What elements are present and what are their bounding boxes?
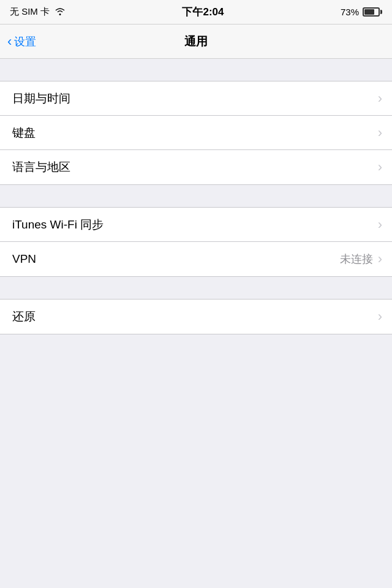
vpn-status: 未连接 bbox=[340, 252, 373, 266]
datetime-chevron-icon: › bbox=[378, 92, 382, 105]
status-left: 无 SIM 卡 bbox=[10, 6, 66, 18]
battery-icon bbox=[363, 7, 382, 17]
list-item-restore[interactable]: 还原 › bbox=[0, 300, 392, 334]
language-chevron-icon: › bbox=[378, 160, 382, 174]
status-bar: 无 SIM 卡 下午2:04 73% bbox=[0, 0, 392, 24]
section-reset: 还原 › bbox=[0, 299, 392, 334]
list-item-vpn[interactable]: VPN 未连接 › bbox=[0, 242, 392, 276]
vpn-chevron-icon: › bbox=[378, 252, 382, 266]
keyboard-chevron-icon: › bbox=[378, 126, 382, 140]
back-chevron-icon: ‹ bbox=[7, 35, 12, 48]
gap-2 bbox=[0, 277, 392, 299]
top-gap bbox=[0, 59, 392, 81]
section-itunes-vpn: iTunes Wi-Fi 同步 › VPN 未连接 › bbox=[0, 207, 392, 277]
page-title: 通用 bbox=[184, 34, 208, 50]
bottom-gap bbox=[0, 334, 392, 356]
section-datetime-keyboard-language: 日期与时间 › 键盘 › 语言与地区 › bbox=[0, 81, 392, 185]
restore-label: 还原 bbox=[12, 309, 36, 325]
list-item-keyboard[interactable]: 键盘 › bbox=[0, 116, 392, 150]
carrier-text: 无 SIM 卡 bbox=[10, 6, 50, 18]
status-right: 73% bbox=[341, 7, 382, 17]
status-time: 下午2:04 bbox=[182, 5, 224, 19]
keyboard-label: 键盘 bbox=[12, 125, 36, 141]
nav-bar: ‹ 设置 通用 bbox=[0, 24, 392, 59]
wifi-icon bbox=[55, 7, 66, 17]
itunes-wifi-label: iTunes Wi-Fi 同步 bbox=[12, 217, 104, 233]
battery-percentage: 73% bbox=[341, 7, 359, 17]
list-item-datetime[interactable]: 日期与时间 › bbox=[0, 81, 392, 116]
content: 日期与时间 › 键盘 › 语言与地区 › bbox=[0, 59, 392, 356]
language-label: 语言与地区 bbox=[12, 159, 70, 175]
list-item-language[interactable]: 语言与地区 › bbox=[0, 150, 392, 184]
gap-1 bbox=[0, 185, 392, 207]
back-button[interactable]: ‹ 设置 bbox=[7, 34, 36, 49]
restore-chevron-icon: › bbox=[378, 310, 382, 323]
datetime-label: 日期与时间 bbox=[12, 91, 70, 107]
itunes-wifi-chevron-icon: › bbox=[378, 218, 382, 232]
back-label: 设置 bbox=[14, 34, 36, 49]
vpn-label: VPN bbox=[12, 252, 36, 266]
list-item-itunes-wifi[interactable]: iTunes Wi-Fi 同步 › bbox=[0, 208, 392, 242]
